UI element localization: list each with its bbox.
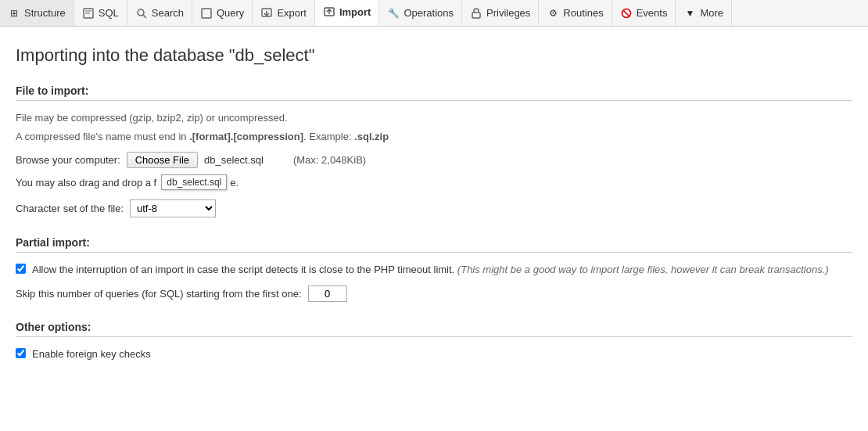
file-to-import-section: File to import: File may be compressed (…	[16, 84, 852, 217]
nav-query-label: Query	[217, 7, 244, 19]
choose-file-button[interactable]: Choose File	[127, 152, 198, 168]
svg-line-12	[623, 10, 629, 16]
nav-structure[interactable]: ⊞ Structure	[0, 0, 74, 26]
more-icon: ▼	[683, 7, 696, 20]
browse-label: Browse your computer:	[16, 154, 120, 166]
drag-drop-text: You may also drag and drop a f	[16, 177, 156, 189]
nav-export-label: Export	[277, 7, 307, 19]
max-size-text: (Max: 2,048KiB)	[293, 154, 366, 166]
operations-icon: 🔧	[387, 7, 400, 20]
charset-label: Character set of the file:	[16, 203, 124, 214]
nav-sql[interactable]: SQL	[74, 0, 127, 26]
skip-label: Skip this number of queries (for SQL) st…	[16, 288, 302, 300]
routines-icon: ⚙	[547, 7, 559, 20]
nav-export[interactable]: Export	[253, 0, 315, 26]
svg-point-3	[138, 9, 144, 16]
nav-events[interactable]: Events	[612, 0, 676, 26]
structure-icon: ⊞	[8, 7, 20, 20]
allow-interruption-row: Allow the interruption of an import in c…	[16, 262, 852, 278]
nav-more[interactable]: ▼ More	[676, 0, 732, 26]
search-icon	[135, 7, 148, 20]
nav-query[interactable]: Query	[192, 0, 253, 26]
events-icon	[620, 7, 633, 20]
nav-privileges-label: Privileges	[486, 7, 530, 19]
nav-events-label: Events	[637, 7, 668, 19]
page-title: Importing into the database "db_select"	[16, 45, 852, 66]
drag-drop-suffix: e.	[230, 177, 239, 189]
other-options-section: Other options: Enable foreign key checks	[16, 321, 852, 362]
browse-row: Browse your computer: Choose File db_sel…	[16, 152, 852, 168]
allow-interruption-checkbox[interactable]	[16, 264, 26, 274]
nav-search[interactable]: Search	[127, 0, 192, 26]
file-to-import-header: File to import:	[16, 84, 852, 101]
nav-search-label: Search	[152, 7, 184, 19]
privileges-icon	[470, 7, 482, 20]
drag-drop-row: You may also drag and drop a f db_select…	[16, 174, 852, 190]
charset-row: Character set of the file: utf-8 latin1 …	[16, 199, 852, 217]
nav-operations-label: Operations	[404, 7, 454, 19]
svg-rect-5	[202, 9, 211, 18]
charset-select[interactable]: utf-8 latin1 utf16	[130, 199, 216, 217]
other-options-header: Other options:	[16, 321, 852, 337]
nav-more-label: More	[700, 7, 723, 19]
foreign-key-row: Enable foreign key checks	[16, 347, 852, 362]
allow-interruption-text: Allow the interruption of an import in c…	[32, 262, 829, 278]
tooltip-filename: db_select.sql	[161, 174, 227, 190]
nav-routines-label: Routines	[563, 7, 603, 19]
query-icon	[200, 7, 213, 20]
nav-operations[interactable]: 🔧 Operations	[379, 0, 462, 26]
partial-import-header: Partial import:	[16, 236, 852, 253]
skip-input[interactable]	[308, 286, 347, 302]
skip-queries-row: Skip this number of queries (for SQL) st…	[16, 286, 852, 302]
nav-import[interactable]: Import	[315, 0, 379, 26]
import-icon	[323, 6, 335, 19]
nav-sql-label: SQL	[99, 7, 119, 19]
info-line2: A compressed file's name must end in .[f…	[16, 129, 852, 145]
nav-import-label: Import	[339, 6, 371, 18]
nav-routines[interactable]: ⚙ Routines	[539, 0, 612, 26]
nav-structure-label: Structure	[24, 7, 66, 19]
main-content: Importing into the database "db_select" …	[0, 27, 868, 399]
foreign-key-checkbox[interactable]	[16, 348, 26, 358]
partial-import-section: Partial import: Allow the interruption o…	[16, 236, 852, 302]
info-line1: File may be compressed (gzip, bzip2, zip…	[16, 110, 852, 126]
svg-line-4	[143, 15, 146, 18]
svg-rect-10	[472, 13, 480, 18]
export-icon	[260, 7, 273, 20]
navbar: ⊞ Structure SQL Search Query Export Impo…	[0, 0, 868, 27]
file-name-display: db_select.sql	[204, 154, 264, 166]
foreign-key-label: Enable foreign key checks	[32, 347, 151, 362]
sql-icon	[82, 7, 95, 20]
nav-privileges[interactable]: Privileges	[462, 0, 539, 26]
allow-interruption-italic: (This might be a good way to import larg…	[457, 264, 829, 275]
